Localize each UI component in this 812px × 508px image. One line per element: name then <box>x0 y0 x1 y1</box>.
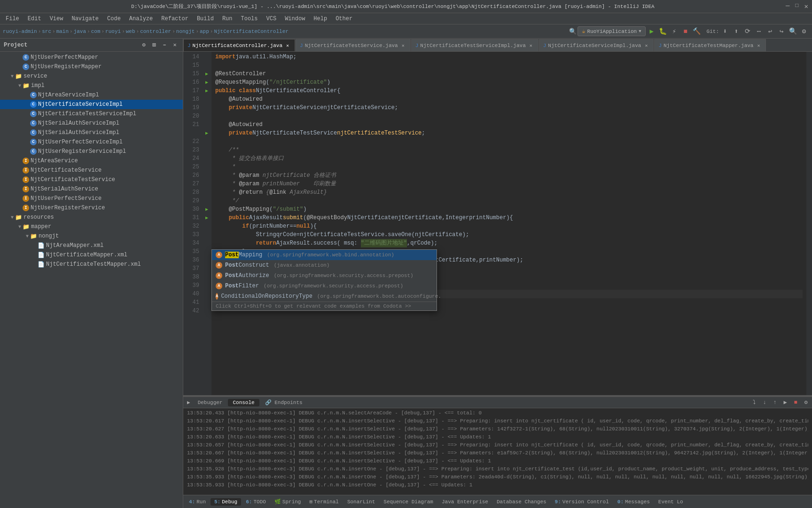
code-editor[interactable]: import java.util.HashMap; @RestControlle… <box>211 52 806 395</box>
ac-item-postconstruct[interactable]: A PostConstruct (javax.annotation) <box>212 260 437 270</box>
tree-item-userregisterimpl[interactable]: C NjtUserRegisterServiceImpl <box>0 147 183 156</box>
app-tab-messages[interactable]: 0: Messages <box>614 498 654 506</box>
git-more-btn[interactable]: ⋯ <box>754 26 764 37</box>
app-tab-versioncontrol[interactable]: 9: Version Control <box>551 498 613 506</box>
tree-item-serialauthimpl[interactable]: C NjtSerialAuthServiceImpl <box>0 119 183 128</box>
breadcrumb-app[interactable]: app <box>200 29 209 34</box>
breadcrumb-controller[interactable]: controller <box>140 29 171 34</box>
git-history-btn[interactable]: ⟳ <box>742 26 753 37</box>
breadcrumb-ruoyi2[interactable]: ruoyi <box>105 29 121 34</box>
tree-item-resources[interactable]: ▼ 📁 resources <box>0 213 183 222</box>
run-btn-green[interactable]: ▶ <box>647 26 657 37</box>
tab-njtcertcontroller[interactable]: J NjtCertificateController.java ✕ <box>183 39 295 51</box>
minimize-btn[interactable]: ─ <box>786 2 789 10</box>
tree-item-userperfectservice[interactable]: I NjtUserPerfectService <box>0 194 183 203</box>
gutter-run-icon[interactable]: ▶ <box>202 78 211 87</box>
search-everywhere-btn[interactable]: 🔍 <box>788 26 798 37</box>
tab-njttestserviceimpl[interactable]: J NjtCertificateTestServiceImpl.java ✕ <box>411 39 539 51</box>
breadcrumb-nongjt[interactable]: nongjt <box>176 29 195 34</box>
tree-item-service[interactable]: ▼ 📁 service <box>0 71 183 81</box>
tree-item-userregisterservice[interactable]: I NjtUserRegisterService <box>0 203 183 213</box>
menu-edit[interactable]: Edit <box>24 15 45 23</box>
git-fetch-btn[interactable]: ⬇ <box>720 26 730 37</box>
project-close-icon[interactable]: ✕ <box>171 41 179 49</box>
tab-close-btn[interactable]: ✕ <box>755 42 762 49</box>
app-tab-dbchanges[interactable]: Database Changes <box>493 498 550 506</box>
gutter-run-icon[interactable]: ▶ <box>202 87 211 95</box>
debug-tool-stop[interactable]: ■ <box>791 398 800 407</box>
menu-build[interactable]: Build <box>193 15 218 23</box>
breadcrumb-main[interactable]: main <box>56 29 69 34</box>
menu-view[interactable]: View <box>46 15 67 23</box>
project-collapse-icon[interactable]: – <box>160 41 169 49</box>
ac-item-conditional[interactable]: A ConditionalOnRepositoryType (org.sprin… <box>212 291 437 302</box>
breadcrumb-java[interactable]: java <box>74 29 86 34</box>
breadcrumb-controller-file[interactable]: NjtCertificateController <box>214 29 288 34</box>
gutter-run-icon[interactable]: ▶ <box>202 129 211 137</box>
breadcrumb-src[interactable]: src <box>42 29 51 34</box>
menu-vcs[interactable]: VCS <box>263 15 281 23</box>
gutter-run-icon[interactable]: ▶ <box>202 205 211 214</box>
run-app-config[interactable]: ☕ RuoYiApplication ▼ <box>578 26 645 36</box>
breadcrumb-web[interactable]: web <box>126 29 135 34</box>
tree-item-impl[interactable]: ▼ 📁 impl <box>0 81 183 90</box>
tree-item-mapper[interactable]: ▼ 📁 mapper <box>0 222 183 231</box>
run-app-dropdown-icon[interactable]: ▼ <box>639 29 641 34</box>
tab-close-btn[interactable]: ✕ <box>528 42 534 49</box>
app-tab-run[interactable]: 4: Run <box>185 498 210 506</box>
app-tab-seqdiag[interactable]: Sequence Diagram <box>380 498 437 506</box>
menu-analyze[interactable]: Analyze <box>125 15 156 23</box>
debug-tool-step-out[interactable]: ↑ <box>771 398 779 407</box>
debug-tool-settings[interactable]: ⚙ <box>802 398 810 407</box>
tree-item-njtuserregmapper[interactable]: C NjtUserRegisterMapper <box>0 62 183 71</box>
menu-tools[interactable]: Tools <box>237 15 262 23</box>
debug-tool-step-into[interactable]: ↓ <box>760 398 769 407</box>
tab-njtserviceimpl[interactable]: J NjtCertificateServiceImpl.java ✕ <box>539 39 654 51</box>
breadcrumb-ruoyi[interactable]: ruoyi-admin <box>3 29 37 34</box>
tree-item-certtestmapper-xml[interactable]: 📄 NjtCertificateTestMapper.xml <box>0 260 183 269</box>
tree-item-serialautimpl2[interactable]: C NjtSerialAuthServiceImpl <box>0 128 183 137</box>
undo-btn[interactable]: ↩ <box>765 26 775 37</box>
ac-item-postfilter[interactable]: A PostFilter (org.springframework.securi… <box>212 281 437 291</box>
tab-close-btn[interactable]: ✕ <box>400 42 406 49</box>
app-tab-eventlog[interactable]: Event Lo <box>655 498 687 506</box>
debug-tab-debugger[interactable]: Debugger <box>193 399 227 406</box>
ac-item-postauthorize[interactable]: A PostAuthorize (org.springframework.sec… <box>212 270 437 281</box>
tree-item-serialauthservice[interactable]: I NjtSerialAuthService <box>0 184 183 194</box>
toolbar-search-icon[interactable]: 🔍 <box>569 28 577 35</box>
ac-item-postmapping[interactable]: A PostMapping (org.springframework.web.b… <box>212 250 437 260</box>
settings-btn[interactable]: ⚙ <box>799 26 809 37</box>
menu-window[interactable]: Window <box>281 15 309 23</box>
menu-code[interactable]: Code <box>103 15 125 23</box>
app-tab-sonarlint[interactable]: SonarLint <box>344 498 379 506</box>
redo-btn[interactable]: ↪ <box>776 26 787 37</box>
tree-item-areaserviceimpl[interactable]: C NjtAreaServiceImpl <box>0 90 183 100</box>
tree-item-certtestserviceimpl[interactable]: C NjtCertificateTestServiceImpl <box>0 109 183 119</box>
tree-item-certmapper-xml[interactable]: 📄 NjtCertificateMapper.xml <box>0 250 183 260</box>
tab-close-btn[interactable]: ✕ <box>643 42 649 49</box>
project-layout-icon[interactable]: ⊞ <box>150 41 158 49</box>
debug-tool-resume[interactable]: ▶ <box>781 398 789 407</box>
debug-btn[interactable]: 🐛 <box>658 26 668 37</box>
app-tab-debug[interactable]: 5: Debug <box>211 498 241 506</box>
project-gear-icon[interactable]: ⚙ <box>140 41 148 49</box>
tree-item-njtuserregister[interactable]: C NjtUserPerfectMapper <box>0 53 183 62</box>
gutter-run-icon[interactable]: ▶ <box>202 70 211 78</box>
app-tab-spring[interactable]: 🌿 Spring <box>271 498 305 506</box>
tree-item-certtestservice[interactable]: I NjtCertificateTestService <box>0 175 183 184</box>
tree-item-areamapper-xml[interactable]: 📄 NjtAreaMapper.xml <box>0 241 183 250</box>
app-tab-javaenterprise[interactable]: Java Enterprise <box>438 498 492 506</box>
menu-refactor[interactable]: Refactor <box>157 15 192 23</box>
stop-btn[interactable]: ■ <box>680 26 691 37</box>
breadcrumb-com[interactable]: com <box>91 29 101 34</box>
tree-item-certserviceimpl[interactable]: C NjtCertificateServiceImpl <box>0 100 183 109</box>
debug-tab-console[interactable]: Console <box>228 399 259 406</box>
debug-tab-endpoints[interactable]: 🔗 Endpoints <box>260 398 307 406</box>
menu-run[interactable]: Run <box>219 15 236 23</box>
tab-njttestservice[interactable]: J NjtCertificateTestService.java ✕ <box>296 39 411 51</box>
app-tab-terminal[interactable]: ⊞ Terminal <box>305 498 342 506</box>
tree-item-nongjt[interactable]: ▼ 📁 nongjt <box>0 231 183 241</box>
gutter-run-icon[interactable]: ▶ <box>202 214 211 222</box>
autocomplete-popup[interactable]: A PostMapping (org.springframework.web.b… <box>211 249 437 311</box>
app-tab-todo[interactable]: 6: TODO <box>242 498 270 506</box>
